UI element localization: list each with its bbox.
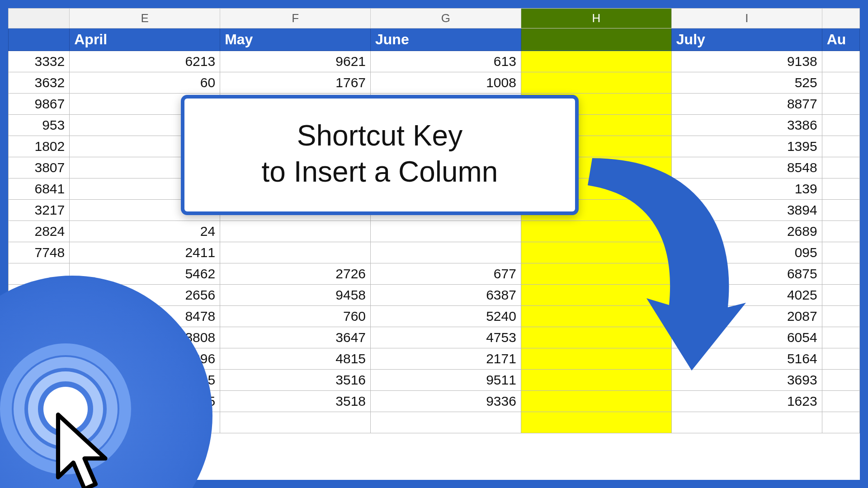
cell-H[interactable] xyxy=(521,412,671,433)
cell-F[interactable]: 760 xyxy=(220,306,371,327)
row-stub-cell[interactable]: 7748 xyxy=(9,242,70,263)
cell-I[interactable] xyxy=(671,412,822,433)
cell-F[interactable] xyxy=(220,412,371,433)
cell-J[interactable] xyxy=(822,51,859,72)
cell-F[interactable]: 1767 xyxy=(220,72,371,94)
cell-G[interactable] xyxy=(371,242,521,263)
cell-E[interactable]: 24 xyxy=(70,221,220,242)
cell-H[interactable] xyxy=(521,391,671,412)
cell-I[interactable]: 8548 xyxy=(671,157,822,178)
header-cell-G[interactable]: June xyxy=(371,28,521,51)
row-stub-cell[interactable]: 953 xyxy=(9,115,70,136)
cell-H[interactable] xyxy=(521,221,671,242)
cell-I[interactable]: 525 xyxy=(671,72,822,94)
cell-I[interactable]: 3894 xyxy=(671,200,822,221)
cell-E[interactable]: 60 xyxy=(70,72,220,94)
cell-E[interactable]: 2411 xyxy=(70,242,220,263)
cell-I[interactable]: 3386 xyxy=(671,115,822,136)
row-stub-cell[interactable]: 3632 xyxy=(9,72,70,94)
row-stub-cell[interactable]: 1802 xyxy=(9,136,70,157)
cell-J[interactable] xyxy=(822,391,859,412)
cell-F[interactable] xyxy=(220,221,371,242)
cell-J[interactable] xyxy=(822,136,859,157)
cell-J[interactable] xyxy=(822,370,859,391)
cell-I[interactable]: 8877 xyxy=(671,94,822,115)
cell-I[interactable]: 1623 xyxy=(671,391,822,412)
cell-F[interactable]: 2726 xyxy=(220,263,371,285)
header-stub[interactable] xyxy=(9,28,70,51)
cell-J[interactable] xyxy=(822,157,859,178)
cell-J[interactable] xyxy=(822,412,859,433)
cell-G[interactable]: 9511 xyxy=(371,370,521,391)
column-header-G[interactable]: G xyxy=(371,9,521,28)
cell-H[interactable] xyxy=(521,370,671,391)
cell-H[interactable] xyxy=(521,242,671,263)
column-header-E[interactable]: E xyxy=(70,9,220,28)
cell-J[interactable] xyxy=(822,306,859,327)
cell-H[interactable] xyxy=(521,285,671,306)
cell-G[interactable]: 2171 xyxy=(371,348,521,370)
column-header-H[interactable]: H xyxy=(521,9,671,28)
cell-F[interactable]: 3516 xyxy=(220,370,371,391)
cell-J[interactable] xyxy=(822,178,859,200)
row-stub-cell[interactable]: 6841 xyxy=(9,178,70,200)
select-all-corner[interactable] xyxy=(9,9,70,28)
header-cell-F[interactable]: May xyxy=(220,28,371,51)
cell-I[interactable]: 139 xyxy=(671,178,822,200)
column-header-I[interactable]: I xyxy=(671,9,822,28)
cell-J[interactable] xyxy=(822,200,859,221)
cell-H[interactable] xyxy=(521,72,671,94)
cell-G[interactable]: 5240 xyxy=(371,306,521,327)
header-cell-J[interactable]: Au xyxy=(822,28,859,51)
cell-F[interactable]: 3518 xyxy=(220,391,371,412)
cell-G[interactable]: 1008 xyxy=(371,72,521,94)
cell-H[interactable] xyxy=(521,51,671,72)
cell-J[interactable] xyxy=(822,94,859,115)
row-stub-cell[interactable]: 3807 xyxy=(9,157,70,178)
cell-I[interactable]: 095 xyxy=(671,242,822,263)
cell-F[interactable] xyxy=(220,242,371,263)
cell-H[interactable] xyxy=(521,348,671,370)
column-header-J[interactable] xyxy=(822,9,859,28)
cell-G[interactable]: 9336 xyxy=(371,391,521,412)
header-cell-E[interactable]: April xyxy=(70,28,220,51)
cell-G[interactable]: 4753 xyxy=(371,327,521,348)
cell-J[interactable] xyxy=(822,115,859,136)
cell-I[interactable]: 2689 xyxy=(671,221,822,242)
cell-H[interactable] xyxy=(521,263,671,285)
cell-I[interactable]: 2087 xyxy=(671,306,822,327)
row-stub-cell[interactable]: 3217 xyxy=(9,200,70,221)
cell-I[interactable]: 6875 xyxy=(671,263,822,285)
cell-J[interactable] xyxy=(822,221,859,242)
row-stub-cell[interactable]: 2824 xyxy=(9,221,70,242)
cell-I[interactable]: 6054 xyxy=(671,327,822,348)
cell-J[interactable] xyxy=(822,327,859,348)
cell-F[interactable]: 9621 xyxy=(220,51,371,72)
cell-I[interactable]: 3693 xyxy=(671,370,822,391)
column-header-F[interactable]: F xyxy=(220,9,371,28)
cell-H[interactable] xyxy=(521,306,671,327)
cell-G[interactable]: 613 xyxy=(371,51,521,72)
cell-G[interactable] xyxy=(371,221,521,242)
row-stub-cell[interactable]: 9867 xyxy=(9,94,70,115)
cell-G[interactable]: 6387 xyxy=(371,285,521,306)
cell-I[interactable]: 5164 xyxy=(671,348,822,370)
cell-J[interactable] xyxy=(822,348,859,370)
cell-J[interactable] xyxy=(822,242,859,263)
cell-I[interactable]: 1395 xyxy=(671,136,822,157)
cell-F[interactable]: 4815 xyxy=(220,348,371,370)
cell-G[interactable]: 677 xyxy=(371,263,521,285)
cell-F[interactable]: 3647 xyxy=(220,327,371,348)
cell-H[interactable] xyxy=(521,327,671,348)
cell-J[interactable] xyxy=(822,263,859,285)
cell-J[interactable] xyxy=(822,72,859,94)
cell-G[interactable] xyxy=(371,412,521,433)
cell-E[interactable]: 6213 xyxy=(70,51,220,72)
header-cell-H[interactable] xyxy=(521,28,671,51)
cell-J[interactable] xyxy=(822,285,859,306)
cell-I[interactable]: 4025 xyxy=(671,285,822,306)
header-cell-I[interactable]: July xyxy=(671,28,822,51)
row-stub-cell[interactable]: 3332 xyxy=(9,51,70,72)
cell-F[interactable]: 9458 xyxy=(220,285,371,306)
cell-I[interactable]: 9138 xyxy=(671,51,822,72)
